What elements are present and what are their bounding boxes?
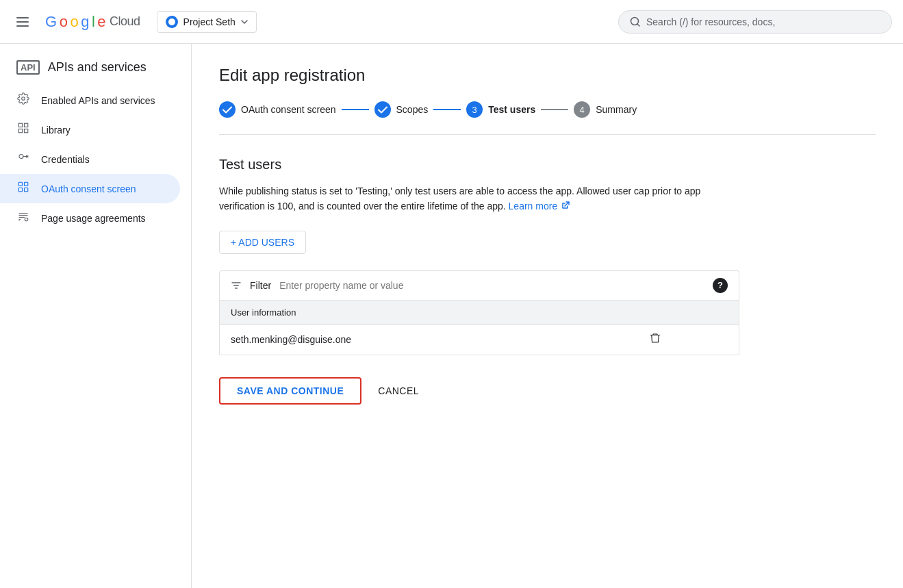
table-row: seth.menking@disguise.one	[220, 324, 739, 355]
step-2-check-icon	[374, 101, 391, 118]
sidebar-item-credentials[interactable]: Credentials	[0, 144, 180, 174]
page-title: Edit app registration	[219, 66, 876, 85]
external-link-icon	[561, 201, 570, 209]
oauth-icon	[16, 181, 30, 196]
svg-rect-12	[25, 188, 28, 192]
step-oauth-consent: OAuth consent screen	[219, 101, 336, 118]
bottom-actions: SAVE AND CONTINUE CANCEL	[219, 377, 876, 405]
step-3-num: 3	[466, 101, 483, 118]
step-separator-2	[433, 109, 461, 110]
step-test-users: 3 Test users	[466, 101, 535, 118]
svg-rect-4	[18, 123, 22, 127]
svg-point-8	[19, 155, 23, 159]
chevron-down-icon	[241, 20, 248, 24]
svg-rect-1	[16, 21, 29, 23]
step-4-label: Summary	[596, 104, 637, 115]
sidebar: API APIs and services Enabled APIs and s…	[0, 44, 192, 588]
delete-user-button[interactable]	[649, 333, 661, 347]
svg-point-13	[25, 218, 28, 221]
filter-label: Filter	[250, 280, 271, 291]
step-4-num: 4	[574, 101, 590, 118]
svg-rect-11	[18, 188, 22, 192]
step-separator-1	[342, 109, 369, 110]
add-users-button[interactable]: + ADD USERS	[219, 231, 306, 254]
save-and-continue-button[interactable]: SAVE AND CONTINUE	[219, 377, 361, 405]
sidebar-title: APIs and services	[48, 60, 147, 75]
svg-rect-7	[25, 129, 28, 133]
search-placeholder: Search (/) for resources, docs,	[646, 16, 775, 27]
help-icon[interactable]: ?	[713, 278, 728, 293]
user-email: seth.menking@disguise.one	[220, 324, 638, 355]
sidebar-item-label: Enabled APIs and services	[41, 95, 155, 106]
content-area: Edit app registration OAuth consent scre…	[192, 44, 903, 588]
svg-rect-0	[16, 17, 29, 18]
step-3-label: Test users	[488, 104, 535, 115]
delete-cell	[638, 324, 739, 355]
google-logo: Google Cloud	[45, 13, 140, 31]
step-separator-3	[541, 109, 568, 110]
sidebar-item-library[interactable]: Library	[0, 115, 180, 144]
cloud-text: Cloud	[110, 14, 140, 29]
step-scopes: Scopes	[374, 101, 429, 118]
filter-input[interactable]	[279, 280, 704, 291]
project-name: Project Seth	[183, 16, 236, 27]
sidebar-item-page-usage[interactable]: Page usage agreements	[0, 203, 180, 233]
library-icon	[16, 122, 30, 138]
navbar: Google Cloud Project Seth Search (/) for…	[0, 0, 903, 44]
stepper: OAuth consent screen Scopes 3 Test users…	[219, 101, 876, 135]
project-dot-icon	[166, 16, 178, 28]
sidebar-item-label: Credentials	[41, 154, 90, 165]
search-icon	[630, 16, 641, 27]
filter-icon	[231, 280, 242, 291]
learn-more-link[interactable]: Learn more	[509, 201, 570, 212]
add-users-label: + ADD USERS	[231, 237, 294, 248]
search-bar[interactable]: Search (/) for resources, docs,	[618, 10, 892, 34]
hamburger-button[interactable]	[11, 12, 34, 32]
users-table: User information seth.menking@disguise.o…	[219, 300, 739, 355]
sidebar-item-label: Library	[41, 125, 71, 136]
settings-icon	[16, 92, 30, 108]
svg-rect-2	[16, 25, 29, 27]
filter-bar: Filter ?	[219, 270, 739, 300]
credentials-icon	[16, 151, 30, 167]
sidebar-item-enabled-apis[interactable]: Enabled APIs and services	[0, 86, 180, 115]
step-1-label: OAuth consent screen	[241, 104, 336, 115]
table-header-user-info: User information	[220, 300, 638, 324]
step-1-check-icon	[219, 101, 236, 118]
sidebar-item-label: OAuth consent screen	[41, 183, 136, 194]
step-2-label: Scopes	[396, 104, 429, 115]
table-header-actions	[638, 300, 739, 324]
sidebar-item-oauth-consent[interactable]: OAuth consent screen	[0, 174, 180, 203]
sidebar-header: API APIs and services	[0, 55, 191, 86]
svg-rect-5	[25, 123, 28, 127]
sidebar-item-label: Page usage agreements	[41, 213, 146, 224]
svg-rect-10	[25, 182, 28, 186]
step-summary: 4 Summary	[574, 101, 637, 118]
svg-rect-9	[18, 182, 22, 186]
main-layout: API APIs and services Enabled APIs and s…	[0, 44, 903, 588]
api-badge: API	[16, 60, 40, 75]
cancel-button[interactable]: CANCEL	[372, 379, 424, 403]
section-description: While publishing status is set to 'Testi…	[219, 183, 739, 214]
page-usage-icon	[16, 210, 30, 226]
section-title: Test users	[219, 157, 876, 172]
svg-rect-6	[18, 129, 22, 133]
project-selector[interactable]: Project Seth	[157, 11, 257, 33]
